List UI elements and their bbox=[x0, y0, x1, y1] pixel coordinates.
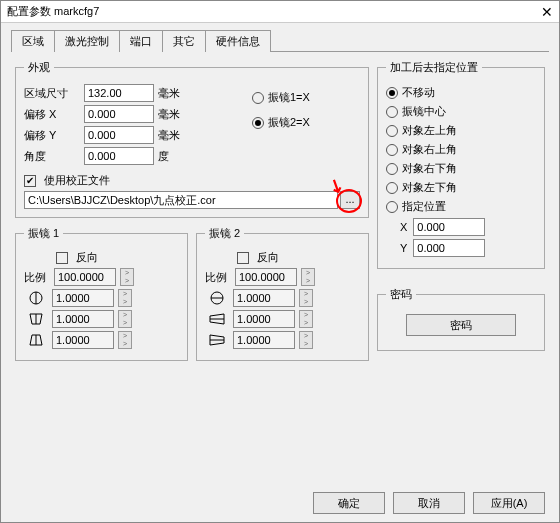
goto-x-input[interactable]: 0.000 bbox=[413, 218, 485, 236]
offy-unit: 毫米 bbox=[158, 128, 186, 143]
angle-input[interactable]: 0.000 bbox=[84, 147, 154, 165]
g1-k1-input[interactable]: 1.0000 bbox=[52, 289, 114, 307]
tab-other[interactable]: 其它 bbox=[162, 30, 206, 52]
galvo2x-radio[interactable] bbox=[252, 117, 264, 129]
footer: 确定 取消 应用(A) bbox=[313, 492, 545, 514]
ok-button[interactable]: 确定 bbox=[313, 492, 385, 514]
area-input[interactable]: 132.00 bbox=[84, 84, 154, 102]
goto-y-input[interactable]: 0.000 bbox=[413, 239, 485, 257]
g1-k2-input[interactable]: 1.0000 bbox=[52, 310, 114, 328]
g2-k1-spin[interactable]: >> bbox=[299, 289, 313, 307]
usefile-label: 使用校正文件 bbox=[44, 173, 110, 188]
g1-k3-input[interactable]: 1.0000 bbox=[52, 331, 114, 349]
shape-circle-icon bbox=[205, 289, 229, 307]
g2-k1-input[interactable]: 1.0000 bbox=[233, 289, 295, 307]
g2-k3-input[interactable]: 1.0000 bbox=[233, 331, 295, 349]
appearance-group: 外观 区域尺寸 132.00 毫米 偏移 X 0.000 毫米 偏移 Y 0.0 bbox=[15, 60, 369, 218]
goto-y-label: Y bbox=[400, 242, 407, 254]
appearance-legend: 外观 bbox=[24, 60, 54, 75]
password-button[interactable]: 密码 bbox=[406, 314, 516, 336]
g2-k3-spin[interactable]: >> bbox=[299, 331, 313, 349]
angle-unit: 度 bbox=[158, 149, 186, 164]
g2-k2-spin[interactable]: >> bbox=[299, 310, 313, 328]
g1-reverse-check[interactable] bbox=[56, 252, 68, 264]
g2-reverse-check[interactable] bbox=[237, 252, 249, 264]
g1-ratio-input[interactable]: 100.0000 bbox=[54, 268, 116, 286]
offx-unit: 毫米 bbox=[158, 107, 186, 122]
g2-ratio-spin[interactable]: >> bbox=[301, 268, 315, 286]
goto-opt-2[interactable] bbox=[386, 125, 398, 137]
file-path-input[interactable]: C:\Users\BJJCZ\Desktop\九点校正.cor bbox=[24, 191, 338, 209]
offx-label: 偏移 X bbox=[24, 107, 80, 122]
goto-x-label: X bbox=[400, 221, 407, 233]
goto-legend: 加工后去指定位置 bbox=[386, 60, 482, 75]
shape-circle-icon bbox=[24, 289, 48, 307]
window-title: 配置参数 markcfg7 bbox=[7, 4, 99, 19]
area-unit: 毫米 bbox=[158, 86, 186, 101]
goto-opt-5[interactable] bbox=[386, 182, 398, 194]
area-label: 区域尺寸 bbox=[24, 86, 80, 101]
galvo1x-label: 振镜1=X bbox=[268, 90, 310, 105]
tab-bar: 区域 激光控制 端口 其它 硬件信息 bbox=[11, 30, 549, 52]
goto-opt-4[interactable] bbox=[386, 163, 398, 175]
offy-label: 偏移 Y bbox=[24, 128, 80, 143]
cancel-button[interactable]: 取消 bbox=[393, 492, 465, 514]
close-icon[interactable]: ✕ bbox=[541, 4, 553, 20]
g2-k2-input[interactable]: 1.0000 bbox=[233, 310, 295, 328]
tab-laser[interactable]: 激光控制 bbox=[54, 30, 120, 52]
goto-opt-6[interactable] bbox=[386, 201, 398, 213]
tab-hw[interactable]: 硬件信息 bbox=[205, 30, 271, 52]
g2-ratio-input[interactable]: 100.0000 bbox=[235, 268, 297, 286]
galvo2-group: 振镜 2 反向 比例100.0000>> 1.0000>> 1.0000>> 1… bbox=[196, 226, 369, 361]
apply-button[interactable]: 应用(A) bbox=[473, 492, 545, 514]
galvo1-legend: 振镜 1 bbox=[24, 226, 63, 241]
offy-input[interactable]: 0.000 bbox=[84, 126, 154, 144]
goto-opt-3[interactable] bbox=[386, 144, 398, 156]
galvo2-legend: 振镜 2 bbox=[205, 226, 244, 241]
g1-reverse-label: 反向 bbox=[76, 250, 98, 265]
g2-ratio-label: 比例 bbox=[205, 270, 231, 285]
g1-ratio-spin[interactable]: >> bbox=[120, 268, 134, 286]
galvo2x-label: 振镜2=X bbox=[268, 115, 310, 130]
goto-opt-0[interactable] bbox=[386, 87, 398, 99]
usefile-check[interactable] bbox=[24, 175, 36, 187]
config-dialog: 配置参数 markcfg7 ✕ 区域 激光控制 端口 其它 硬件信息 外观 区域… bbox=[0, 0, 560, 523]
tab-area[interactable]: 区域 bbox=[11, 30, 55, 52]
goto-group: 加工后去指定位置 不移动 振镜中心 对象左上角 对象右上角 对象右下角 对象左下… bbox=[377, 60, 545, 269]
g1-k2-spin[interactable]: >> bbox=[118, 310, 132, 328]
tab-port[interactable]: 端口 bbox=[119, 30, 163, 52]
galvo1x-radio[interactable] bbox=[252, 92, 264, 104]
angle-label: 角度 bbox=[24, 149, 80, 164]
password-group: 密码 密码 bbox=[377, 287, 545, 351]
shape-trap2-icon bbox=[205, 331, 229, 349]
galvo1-group: 振镜 1 反向 比例100.0000>> 1.0000>> 1.0000>> 1… bbox=[15, 226, 188, 361]
shape-trap2-icon bbox=[24, 331, 48, 349]
g1-ratio-label: 比例 bbox=[24, 270, 50, 285]
browse-button[interactable]: ... bbox=[340, 191, 360, 209]
password-legend: 密码 bbox=[386, 287, 416, 302]
shape-trap1-icon bbox=[24, 310, 48, 328]
g1-k1-spin[interactable]: >> bbox=[118, 289, 132, 307]
titlebar: 配置参数 markcfg7 ✕ bbox=[1, 1, 559, 23]
g2-reverse-label: 反向 bbox=[257, 250, 279, 265]
goto-opt-1[interactable] bbox=[386, 106, 398, 118]
g1-k3-spin[interactable]: >> bbox=[118, 331, 132, 349]
shape-trap1-icon bbox=[205, 310, 229, 328]
offx-input[interactable]: 0.000 bbox=[84, 105, 154, 123]
